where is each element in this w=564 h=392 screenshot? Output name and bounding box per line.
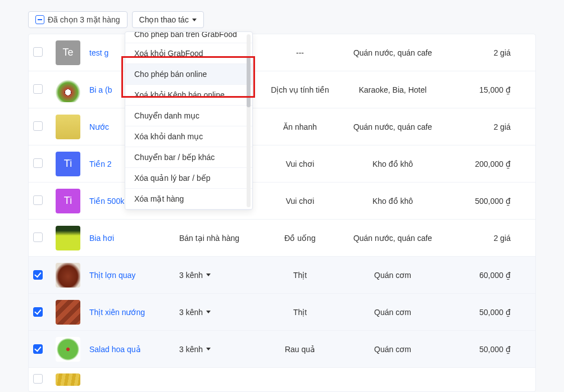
channel-text: Bán tại nhà hàng <box>179 234 239 243</box>
item-thumbnail <box>56 78 80 102</box>
item-name-link[interactable]: Bia hơi <box>89 234 114 243</box>
actions-dropdown-button[interactable]: Chọn thao tác <box>132 11 204 28</box>
category-cell: --- <box>263 48 336 57</box>
category-cell: Vui chơi <box>263 197 336 206</box>
items-table: Tetest g---Quán nước, quán cafe2 giáBi a… <box>28 34 536 392</box>
minus-icon <box>35 15 44 24</box>
row-checkbox[interactable] <box>33 121 43 131</box>
caret-down-icon <box>206 274 211 276</box>
caret-down-icon <box>192 19 197 21</box>
group-cell: Quán nước, quán cafe <box>336 234 449 243</box>
item-name-link[interactable]: Nước <box>89 122 109 131</box>
dropdown-item[interactable]: Chuyển bar / bếp khác <box>125 147 252 168</box>
group-cell: Karaoke, Bia, Hotel <box>336 85 449 94</box>
item-name-link[interactable]: Tiền 2 <box>89 159 112 168</box>
row-checkbox[interactable] <box>33 374 43 384</box>
selected-count-label: Đã chọn 3 mặt hàng <box>48 15 120 24</box>
selected-count: Đã chọn 3 mặt hàng <box>28 11 128 28</box>
group-cell: Quán nước, quán cafe <box>336 122 449 131</box>
item-thumbnail <box>56 263 80 288</box>
price-cell: 60,000 ₫ <box>449 271 516 280</box>
row-checkbox[interactable] <box>33 233 43 242</box>
category-cell: Thịt <box>263 271 336 280</box>
dropdown-scrollbar[interactable] <box>247 34 251 207</box>
table-row: Bia hơiBán tại nhà hàngĐồ uốngQuán nước,… <box>29 220 535 257</box>
row-checkbox[interactable] <box>33 344 43 354</box>
actions-dropdown-menu: Cho phép bán trên GrabFood Xoá khỏi Grab… <box>125 31 253 210</box>
dropdown-item[interactable]: Xóa mặt hàng <box>125 189 252 209</box>
table-row: Bi a (bà hàngDịch vụ tính tiềnKaraoke, B… <box>29 71 535 108</box>
item-thumbnail: Ti <box>56 152 80 176</box>
price-cell: 2 giá <box>449 48 516 57</box>
item-thumbnail <box>56 373 80 386</box>
dropdown-item[interactable]: Xoá khỏi GrabFood <box>125 43 252 64</box>
item-name-link[interactable]: Tiền 500k <box>89 197 124 206</box>
row-checkbox[interactable] <box>33 158 43 168</box>
item-name-link[interactable]: Thịt xiên nướng <box>89 308 145 317</box>
channel-text[interactable]: 3 kênh <box>179 345 203 354</box>
table-row: Nướcà hàngĂn nhanhQuán nước, quán cafe2 … <box>29 108 535 145</box>
row-checkbox[interactable] <box>33 47 43 57</box>
price-cell: 50,000 ₫ <box>449 345 516 354</box>
row-checkbox[interactable] <box>33 270 43 280</box>
item-thumbnail: Ti <box>56 189 80 213</box>
category-cell: Đồ uống <box>263 234 336 243</box>
item-thumbnail <box>56 300 80 325</box>
dropdown-item[interactable]: Xóa quản lý bar / bếp <box>125 168 252 189</box>
row-checkbox[interactable] <box>33 84 43 94</box>
channel-text[interactable]: 3 kênh <box>179 271 203 280</box>
toolbar: Đã chọn 3 mặt hàng Chọn thao tác Cho phé… <box>28 11 536 28</box>
price-cell: 200,000 ₫ <box>449 159 516 168</box>
table-row: TiTiền 500kBán tại nhà hàngVui chơiKho đ… <box>29 183 535 220</box>
category-cell: Thịt <box>263 308 336 317</box>
dropdown-item[interactable]: Xóa khỏi danh mục <box>125 126 252 147</box>
table-row: Thịt lợn quay3 kênhThịtQuán cơm60,000 ₫ <box>29 257 535 294</box>
table-row: TiTiền 2Vui chơiKho đồ khô200,000 ₫ <box>29 145 535 183</box>
item-name-link[interactable]: Bi a (b <box>89 85 112 94</box>
category-cell: Ăn nhanh <box>263 122 336 131</box>
group-cell: Quán cơm <box>336 345 449 354</box>
category-cell: Vui chơi <box>263 159 336 168</box>
row-checkbox[interactable] <box>33 307 43 317</box>
price-cell: 2 giá <box>449 234 516 243</box>
price-cell: 15,000 ₫ <box>449 85 516 94</box>
table-row: Tetest g---Quán nước, quán cafe2 giá <box>29 34 535 71</box>
group-cell: Quán cơm <box>336 308 449 317</box>
group-cell: Kho đồ khô <box>336 197 449 206</box>
caret-down-icon <box>206 348 211 350</box>
group-cell: Quán nước, quán cafe <box>336 48 449 57</box>
dropdown-item[interactable]: Chuyển danh mục <box>125 106 252 126</box>
item-name-link[interactable]: test g <box>89 48 108 57</box>
price-cell: 500,000 ₫ <box>449 197 516 206</box>
item-thumbnail <box>56 337 80 362</box>
group-cell: Quán cơm <box>336 271 449 280</box>
channel-text[interactable]: 3 kênh <box>179 308 203 317</box>
category-cell: Dịch vụ tính tiền <box>263 85 336 94</box>
item-thumbnail: Te <box>56 40 80 65</box>
price-cell: 50,000 ₫ <box>449 308 516 317</box>
row-checkbox[interactable] <box>33 195 43 205</box>
item-thumbnail <box>56 226 80 250</box>
item-name-link[interactable]: Salad hoa quả <box>89 345 141 354</box>
item-thumbnail <box>56 115 80 139</box>
table-row: Thịt xiên nướng3 kênhThịtQuán cơm50,000 … <box>29 294 535 331</box>
caret-down-icon <box>206 311 211 313</box>
table-row: Salad hoa quả3 kênhRau quảQuán cơm50,000… <box>29 331 535 368</box>
actions-dropdown-label: Chọn thao tác <box>139 15 189 24</box>
category-cell: Rau quả <box>263 345 336 354</box>
item-name-link[interactable]: Thịt lợn quay <box>89 271 135 280</box>
dropdown-item[interactable]: Cho phép bán online <box>125 64 252 85</box>
group-cell: Kho đồ khô <box>336 159 449 168</box>
table-row <box>29 368 535 391</box>
price-cell: 2 giá <box>449 122 516 131</box>
dropdown-item[interactable]: Xoá khỏi Kênh bán online <box>125 85 252 106</box>
dropdown-item[interactable]: Cho phép bán trên GrabFood <box>125 32 252 43</box>
